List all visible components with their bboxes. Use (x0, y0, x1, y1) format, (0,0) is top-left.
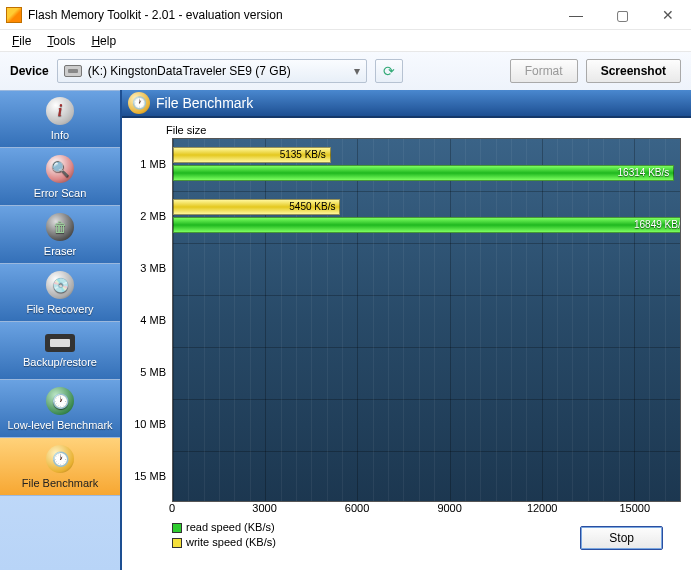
y-axis: 1 MB2 MB3 MB4 MB5 MB10 MB15 MB (132, 138, 172, 518)
minimize-button[interactable]: — (553, 0, 599, 29)
format-button[interactable]: Format (510, 59, 578, 83)
device-label: Device (10, 64, 49, 78)
bar-value-label: 5135 KB/s (280, 148, 326, 162)
y-tick-label: 3 MB (132, 242, 172, 294)
info-icon (46, 97, 74, 125)
refresh-button[interactable]: ⟳ (375, 59, 403, 83)
y-tick-label: 1 MB (132, 138, 172, 190)
menu-help[interactable]: Help (85, 34, 122, 48)
sidebar: Info Error Scan Eraser File Recovery Bac… (0, 90, 122, 570)
y-tick-label: 2 MB (132, 190, 172, 242)
device-selected-text: (K:) KingstonDataTraveler SE9 (7 GB) (88, 64, 291, 78)
x-tick-label: 0 (169, 502, 175, 514)
toolbar: Device (K:) KingstonDataTraveler SE9 (7 … (0, 52, 691, 90)
sidebar-item-info[interactable]: Info (0, 90, 120, 148)
sidebar-item-label: File Recovery (26, 303, 93, 315)
panel-header: File Benchmark (122, 90, 691, 118)
tape-icon (45, 334, 75, 352)
sidebar-item-label: Backup/restore (23, 356, 97, 368)
sidebar-item-file-benchmark[interactable]: File Benchmark (0, 438, 120, 496)
bar-read: 16314 KB/s (173, 165, 674, 181)
titlebar: Flash Memory Toolkit - 2.01 - evaluation… (0, 0, 691, 30)
y-tick-label: 5 MB (132, 346, 172, 398)
sidebar-item-label: Error Scan (34, 187, 87, 199)
disc-icon (46, 271, 74, 299)
sidebar-item-label: Low-level Benchmark (7, 419, 112, 431)
bar-read: 16849 KB/s (173, 217, 681, 233)
clock-icon (46, 445, 74, 473)
maximize-button[interactable]: ▢ (599, 0, 645, 29)
read-swatch-icon (172, 523, 182, 533)
menu-file[interactable]: File (6, 34, 37, 48)
x-tick-label: 3000 (252, 502, 276, 514)
chevron-down-icon: ▾ (354, 64, 360, 78)
magnifier-icon (46, 155, 74, 183)
x-tick-label: 6000 (345, 502, 369, 514)
drive-icon (64, 65, 82, 77)
sidebar-item-file-recovery[interactable]: File Recovery (0, 264, 120, 322)
legend-read: read speed (KB/s) (172, 520, 276, 535)
sidebar-item-error-scan[interactable]: Error Scan (0, 148, 120, 206)
screenshot-button[interactable]: Screenshot (586, 59, 681, 83)
sidebar-item-label: Info (51, 129, 69, 141)
close-button[interactable]: ✕ (645, 0, 691, 29)
app-icon (6, 7, 22, 23)
bar-value-label: 16849 KB/s (634, 218, 681, 232)
sidebar-item-backup[interactable]: Backup/restore (0, 322, 120, 380)
content: File Benchmark File size 1 MB2 MB3 MB4 M… (122, 90, 691, 570)
sidebar-item-lowlevel-benchmark[interactable]: Low-level Benchmark (0, 380, 120, 438)
clock-icon (128, 92, 150, 114)
menu-tools[interactable]: Tools (41, 34, 81, 48)
chart-area: File size 1 MB2 MB3 MB4 MB5 MB10 MB15 MB… (122, 118, 691, 554)
bar-write: 5450 KB/s (173, 199, 340, 215)
stop-button[interactable]: Stop (580, 526, 663, 550)
clock-icon (46, 387, 74, 415)
device-dropdown[interactable]: (K:) KingstonDataTraveler SE9 (7 GB) ▾ (57, 59, 367, 83)
menubar: File Tools Help (0, 30, 691, 52)
chart-title: File size (132, 124, 681, 136)
x-axis: 03000600090001200015000 (172, 502, 681, 518)
window-title: Flash Memory Toolkit - 2.01 - evaluation… (28, 8, 553, 22)
legend: read speed (KB/s) write speed (KB/s) (132, 520, 276, 550)
y-tick-label: 4 MB (132, 294, 172, 346)
x-tick-label: 9000 (437, 502, 461, 514)
trash-icon (46, 213, 74, 241)
plot-area: 5135 KB/s16314 KB/s5450 KB/s16849 KB/s (172, 138, 681, 502)
main: Info Error Scan Eraser File Recovery Bac… (0, 90, 691, 570)
sidebar-item-label: File Benchmark (22, 477, 98, 489)
y-tick-label: 15 MB (132, 450, 172, 502)
x-tick-label: 15000 (619, 502, 650, 514)
bar-write: 5135 KB/s (173, 147, 331, 163)
sidebar-item-eraser[interactable]: Eraser (0, 206, 120, 264)
y-tick-label: 10 MB (132, 398, 172, 450)
bar-value-label: 16314 KB/s (618, 166, 670, 180)
write-swatch-icon (172, 538, 182, 548)
legend-write: write speed (KB/s) (172, 535, 276, 550)
window-controls: — ▢ ✕ (553, 0, 691, 29)
x-tick-label: 12000 (527, 502, 558, 514)
panel-title: File Benchmark (156, 95, 253, 111)
bar-value-label: 5450 KB/s (289, 200, 335, 214)
sidebar-item-label: Eraser (44, 245, 76, 257)
